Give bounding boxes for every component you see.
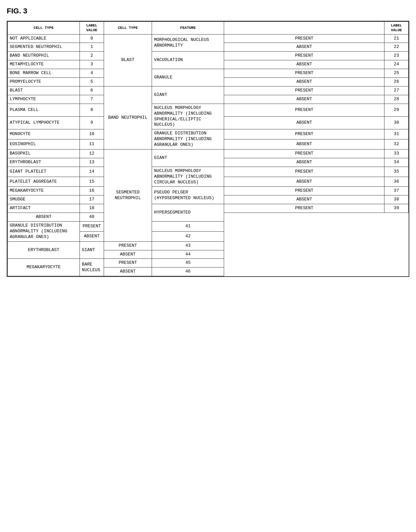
- figure-title: FIG. 3: [7, 7, 409, 15]
- feature-label: GRANULE DISTRIBUTION ABNORMALITY (INCLUD…: [152, 129, 224, 150]
- right-label-value: 25: [384, 69, 409, 78]
- right-label-value: 42: [152, 231, 224, 241]
- left-label-value: 18: [80, 204, 104, 213]
- feature-label: GIANT: [80, 241, 104, 259]
- left-cell-type: BLAST: [8, 86, 80, 95]
- left-label-value: 3: [80, 60, 104, 69]
- feature-label: VACUOLATION: [152, 52, 224, 69]
- feature-label: MORPHOLOGICAL NUCLEUS ABNORMALITY: [152, 34, 224, 52]
- right-label-value: 31: [384, 129, 409, 139]
- right-label-value: 41: [152, 221, 224, 231]
- right-label-value: 34: [384, 158, 409, 167]
- presence-value: PRESENT: [224, 52, 384, 60]
- left-label-value: 15: [80, 177, 104, 187]
- presence-value: ABSENT: [104, 268, 152, 276]
- presence-value: ABSENT: [80, 231, 104, 241]
- left-cell-type: SMUDGE: [8, 195, 80, 204]
- right-label-value: 33: [384, 149, 409, 158]
- right-cell-type: SEGMENTED NEUTROPHIL: [104, 149, 152, 241]
- right-label-value: 29: [384, 104, 409, 116]
- presence-value: ABSENT: [224, 139, 384, 150]
- feature-label: HYPERSEGMENTED: [152, 204, 224, 222]
- presence-value: ABSENT: [224, 60, 384, 69]
- feature-label: GIANT: [152, 86, 224, 104]
- right-label-value: 32: [384, 139, 409, 150]
- left-label-value: 4: [80, 69, 104, 78]
- presence-value: PRESENT: [224, 34, 384, 43]
- right-label-value: 36: [384, 177, 409, 187]
- right-cell-type: MEGAKARYOCYTE: [8, 259, 80, 276]
- feature-label: NUCLEUS MORPHOLOGY ABNORMALITY (INCLUDIN…: [152, 104, 224, 129]
- left-label-value: 9: [80, 117, 104, 129]
- left-label-value: 0: [80, 34, 104, 43]
- left-cell-type: ERYTHROBLAST: [8, 158, 80, 167]
- left-cell-type: GIANT PLATELET: [8, 167, 80, 177]
- main-table: CELL TYPE LABEL VALUE CELL TYPE FEATURE …: [7, 21, 409, 276]
- right-label-value: 24: [384, 60, 409, 69]
- presence-value: ABSENT: [224, 78, 384, 86]
- presence-value: PRESENT: [224, 104, 384, 116]
- left-label-value: 11: [80, 139, 104, 150]
- right-label-value: 39: [384, 204, 409, 213]
- right-label-value: 23: [384, 52, 409, 60]
- right-label-value: 45: [152, 259, 224, 268]
- left-cell-type: MEGAKARYOCYTE: [8, 187, 80, 195]
- right-label-value: 38: [384, 195, 409, 204]
- left-label-value: 14: [80, 167, 104, 177]
- left-cell-type: EOSINOPHIL: [8, 139, 80, 150]
- feature-label: GRANULE: [152, 69, 224, 86]
- left-label-value: 5: [80, 78, 104, 86]
- feature-label: NUCLEUS MORPHOLOGY ABNORMALITY (INCLUDIN…: [152, 167, 224, 187]
- presence-value: ABSENT: [224, 158, 384, 167]
- presence-value: ABSENT: [224, 117, 384, 129]
- left-label-value: 8: [80, 104, 104, 116]
- left-cell-type: BAND NEUTROPHIL: [8, 52, 80, 60]
- left-label-value: 13: [80, 158, 104, 167]
- right-label-value: 27: [384, 86, 409, 95]
- right-label-value: 30: [384, 117, 409, 129]
- left-label-value: 2: [80, 52, 104, 60]
- left-cell-type: BASOPHIL: [8, 149, 80, 158]
- left-cell-type: ARTIFACT: [8, 204, 80, 213]
- right-label-value: 46: [152, 268, 224, 276]
- left-cell-type: LYMPHOCYTE: [8, 95, 80, 104]
- presence-value: ABSENT: [104, 250, 152, 259]
- feature-label: PSEUDO PELGER (HYPOSEGMENTED NUCLEUS): [152, 187, 224, 204]
- right-label-value: 28: [384, 95, 409, 104]
- header-feature: FEATURE: [152, 22, 224, 35]
- right-label-value: 43: [152, 241, 224, 250]
- left-cell-type: SEGMENTED NEUTROPHIL: [8, 43, 80, 52]
- main-table-wrapper: CELL TYPE LABEL VALUE CELL TYPE FEATURE …: [7, 21, 409, 277]
- presence-value: ABSENT: [8, 213, 80, 222]
- left-cell-type: METAMYELOCYTE: [8, 60, 80, 69]
- right-label-value: 26: [384, 78, 409, 86]
- presence-value: PRESENT: [224, 129, 384, 139]
- right-cell-type: BLAST: [104, 34, 152, 86]
- left-label-value: 12: [80, 149, 104, 158]
- right-label-value: 40: [80, 213, 104, 222]
- left-cell-type: NOT APPLICABLE: [8, 34, 80, 43]
- presence-value: PRESENT: [80, 221, 104, 231]
- right-cell-type: ERYTHROBLAST: [8, 241, 80, 259]
- left-label-value: 7: [80, 95, 104, 104]
- left-label-value: 16: [80, 187, 104, 195]
- left-cell-type: PROMYELOCYTE: [8, 78, 80, 86]
- presence-value: ABSENT: [224, 43, 384, 52]
- header-label-value-1: LABEL VALUE: [80, 22, 104, 35]
- right-label-value: 21: [384, 34, 409, 43]
- left-label-value: 6: [80, 86, 104, 95]
- presence-value: PRESENT: [224, 149, 384, 158]
- feature-label: GRANULE DISTRIBUTION ABNORMALITY (INCLUD…: [8, 221, 80, 241]
- left-label-value: 10: [80, 129, 104, 139]
- presence-value: PRESENT: [224, 167, 384, 177]
- presence-value: PRESENT: [104, 241, 152, 250]
- feature-label: GIANT: [152, 149, 224, 167]
- left-label-value: 17: [80, 195, 104, 204]
- left-cell-type: PLATELET AGGREGATE: [8, 177, 80, 187]
- presence-value: PRESENT: [104, 259, 152, 268]
- presence-value: ABSENT: [224, 95, 384, 104]
- right-label-value: 35: [384, 167, 409, 177]
- left-label-value: 1: [80, 43, 104, 52]
- presence-value: ABSENT: [224, 177, 384, 187]
- presence-value: ABSENT: [224, 195, 384, 204]
